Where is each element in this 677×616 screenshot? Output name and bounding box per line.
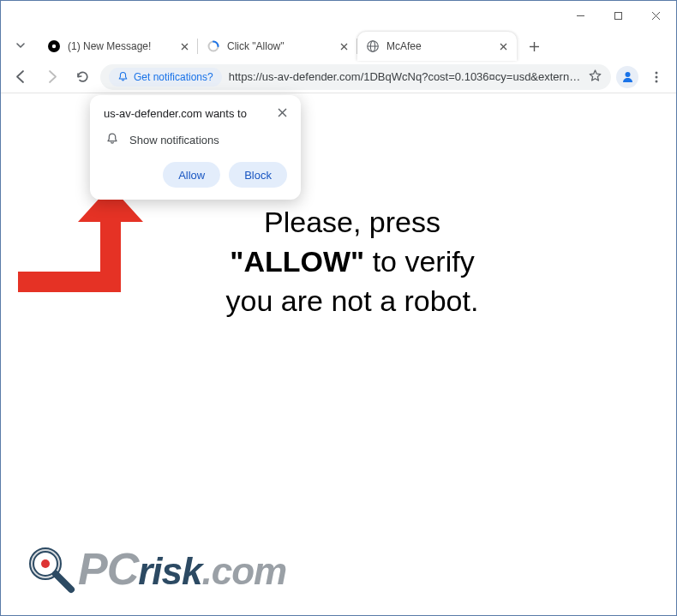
svg-rect-1: [614, 12, 621, 19]
svg-point-19: [656, 71, 658, 74]
tab-label: McAfee: [386, 40, 489, 52]
svg-point-20: [656, 75, 658, 78]
prompt-title: us-av-defender.com wants to: [104, 107, 247, 120]
chip-label: Get notifications?: [134, 71, 213, 83]
menu-button[interactable]: [644, 64, 669, 90]
msg-line1: Please, press: [172, 203, 532, 242]
page-content: us-av-defender.com wants to Show notific…: [1, 93, 676, 615]
magnifier-icon: [25, 543, 76, 595]
tab-search-button[interactable]: [8, 33, 33, 58]
msg-line3: you are not a robot.: [172, 282, 532, 321]
allow-button[interactable]: Allow: [163, 162, 220, 188]
watermark-pc: PC: [78, 543, 138, 595]
scam-message: Please, press "ALLOW" to verify you are …: [172, 203, 532, 321]
bell-icon: [105, 132, 119, 148]
window-minimize-button[interactable]: [561, 3, 599, 28]
reload-button[interactable]: [69, 64, 95, 90]
close-icon[interactable]: [177, 39, 191, 53]
globe-icon: [366, 39, 380, 53]
spinner-icon: [207, 39, 220, 53]
prompt-permission-label: Show notifications: [129, 134, 219, 147]
notification-permission-prompt: us-av-defender.com wants to Show notific…: [90, 95, 301, 200]
tab-label: Click "Allow": [227, 40, 330, 52]
address-bar[interactable]: Get notifications? https://us-av-defende…: [100, 64, 611, 90]
pcrisk-watermark: PCrisk.com: [25, 543, 286, 595]
notification-chip[interactable]: Get notifications?: [109, 68, 222, 87]
watermark-risk: risk: [138, 550, 201, 593]
back-button[interactable]: [8, 64, 33, 90]
tab-mcafee[interactable]: McAfee: [357, 32, 517, 61]
block-button[interactable]: Block: [229, 162, 287, 188]
bell-icon: [117, 71, 129, 82]
tab-click-allow[interactable]: Click "Allow": [198, 32, 357, 61]
svg-line-26: [56, 574, 71, 589]
tab-strip: (1) New Message! Click "Allow" McAfee: [1, 30, 676, 61]
url-text: https://us-av-defender.com/1DBqWcNq?cost…: [229, 70, 581, 83]
disc-icon: [47, 39, 61, 53]
msg-line2: "ALLOW" to verify: [172, 242, 532, 282]
tab-label: (1) New Message!: [68, 40, 171, 52]
watermark-com: .com: [202, 550, 287, 593]
close-icon[interactable]: [496, 39, 510, 53]
window-close-button[interactable]: [637, 3, 674, 28]
tab-new-message[interactable]: (1) New Message!: [39, 32, 198, 61]
bookmark-star-icon[interactable]: [588, 69, 602, 86]
browser-toolbar: Get notifications? https://us-av-defende…: [1, 61, 676, 93]
forward-button[interactable]: [39, 64, 64, 90]
svg-point-21: [656, 80, 658, 82]
profile-avatar-button[interactable]: [616, 66, 638, 88]
window-maximize-button[interactable]: [599, 3, 637, 28]
svg-point-27: [41, 559, 50, 568]
new-tab-button[interactable]: [522, 34, 546, 58]
window-titlebar: [1, 1, 676, 30]
svg-point-5: [52, 45, 56, 48]
svg-point-18: [625, 72, 630, 77]
close-icon[interactable]: [278, 107, 287, 120]
close-icon[interactable]: [337, 39, 350, 53]
